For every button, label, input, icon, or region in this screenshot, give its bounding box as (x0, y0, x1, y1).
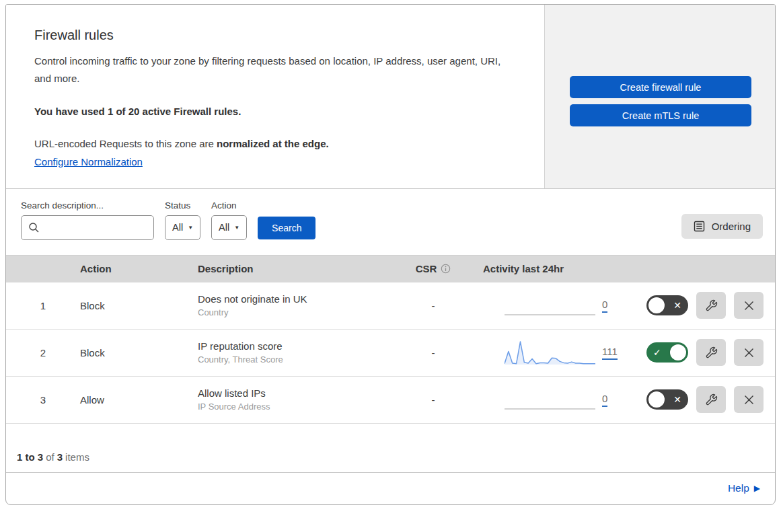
rule-action: Block (80, 300, 198, 311)
activity-count[interactable]: 111 (602, 346, 618, 360)
rule-description[interactable]: Allow listed IPs (198, 387, 393, 399)
toggle-knob (648, 297, 665, 313)
rule-description-cell: Allow listed IPs IP Source Address (198, 387, 393, 412)
normalization-bold-text: normalized at the edge. (217, 138, 329, 149)
column-csr: CSR (416, 263, 451, 274)
normalization-text: URL-encoded Requests to this zone are (34, 138, 214, 149)
table-row: 3 Allow Allow listed IPs IP Source Addre… (6, 377, 775, 424)
ordering-button[interactable]: Ordering (681, 214, 763, 239)
search-button[interactable]: Search (258, 217, 315, 239)
filter-controls: Search description... Status All ▼ (21, 200, 315, 240)
action-dropdown[interactable]: All ▼ (211, 215, 247, 240)
close-icon (743, 347, 755, 358)
status-filter-group: Status All ▼ (165, 200, 200, 240)
rule-description-cell: IP reputation score Country, Threat Scor… (198, 340, 393, 365)
activity-sparkline (505, 385, 595, 414)
close-icon (743, 300, 755, 311)
configure-normalization-link[interactable]: Configure Normalization (34, 156, 143, 167)
close-icon (743, 394, 755, 406)
help-label: Help (728, 482, 749, 494)
rule-csr: - (393, 347, 474, 358)
info-icon[interactable] (441, 264, 451, 274)
rule-controls: ✓ ✕ (632, 386, 775, 413)
create-mtls-rule-button[interactable]: Create mTLS rule (570, 104, 751, 126)
status-label: Status (165, 200, 200, 211)
pagination-summary: 1 to 3 of 3 items (6, 424, 775, 472)
rule-priority: 1 (6, 300, 80, 311)
rules-table: Action Description CSR Activity last 24h… (6, 255, 775, 472)
rule-activity-cell: 0 (474, 385, 632, 414)
wrench-icon (705, 346, 718, 359)
action-filter-group: Action All ▼ (211, 200, 247, 240)
action-value: All (219, 222, 229, 233)
rule-priority: 3 (6, 394, 80, 406)
actions-side-panel: Create firewall rule Create mTLS rule (544, 5, 775, 188)
chevron-down-icon: ▼ (188, 225, 193, 231)
delete-rule-button[interactable] (734, 292, 764, 319)
x-icon: ✕ (673, 395, 681, 404)
activity-count[interactable]: 0 (602, 299, 607, 313)
top-section: Firewall rules Control incoming traffic … (6, 5, 775, 188)
table-header: Action Description CSR Activity last 24h… (6, 255, 775, 282)
column-activity: Activity last 24hr (474, 263, 632, 274)
help-bar: Help ▶ (6, 472, 775, 504)
search-label: Search description... (21, 200, 154, 211)
x-icon: ✕ (673, 301, 681, 310)
delete-rule-button[interactable] (734, 339, 764, 366)
rule-description-cell: Does not originate in UK Country (198, 293, 393, 317)
filter-bar: Search description... Status All ▼ (6, 188, 775, 255)
rule-csr: - (393, 394, 474, 406)
rule-activity-cell: 0 (474, 291, 632, 320)
page-title: Firewall rules (34, 28, 517, 43)
rule-description[interactable]: Does not originate in UK (198, 293, 393, 305)
check-icon: ✓ (653, 348, 661, 357)
edit-rule-button[interactable] (696, 386, 726, 413)
rule-enable-toggle[interactable]: ✓ ✕ (646, 342, 688, 363)
rule-criteria: IP Source Address (198, 402, 393, 412)
intro-panel: Firewall rules Control incoming traffic … (6, 5, 544, 188)
table-row: 1 Block Does not originate in UK Country… (6, 282, 775, 330)
firewall-rules-page: Firewall rules Control incoming traffic … (5, 4, 776, 505)
rule-activity-cell: 111 (474, 338, 632, 367)
rule-action: Block (80, 347, 198, 358)
activity-sparkline (505, 291, 595, 320)
search-field[interactable] (21, 215, 154, 240)
table-row: 2 Block IP reputation score Country, Thr… (6, 330, 775, 377)
column-description: Description (198, 263, 393, 274)
items-text: items (65, 451, 89, 463)
search-icon (28, 222, 40, 233)
list-document-icon (694, 221, 705, 232)
edit-rule-button[interactable] (696, 292, 726, 319)
wrench-icon (705, 393, 718, 406)
page-description: Control incoming traffic to your zone by… (34, 52, 517, 88)
rule-priority: 2 (6, 347, 80, 358)
chevron-down-icon: ▼ (234, 225, 239, 231)
search-input[interactable] (40, 222, 153, 233)
rule-controls: ✓ ✕ (632, 292, 775, 319)
rule-csr: - (393, 300, 474, 311)
toggle-knob (648, 391, 665, 408)
wrench-icon (705, 299, 718, 312)
rule-controls: ✓ ✕ (632, 339, 775, 366)
rule-enable-toggle[interactable]: ✓ ✕ (646, 389, 688, 410)
rule-action: Allow (80, 394, 198, 406)
rule-enable-toggle[interactable]: ✓ ✕ (646, 295, 688, 315)
toggle-knob (670, 344, 686, 360)
arrow-right-icon: ▶ (754, 484, 760, 493)
rule-criteria: Country (198, 307, 393, 317)
delete-rule-button[interactable] (734, 386, 764, 413)
column-action: Action (80, 263, 198, 274)
edit-rule-button[interactable] (696, 339, 726, 366)
create-firewall-rule-button[interactable]: Create firewall rule (570, 76, 751, 98)
action-label: Action (211, 200, 247, 211)
rule-criteria: Country, Threat Score (198, 354, 393, 365)
activity-count[interactable]: 0 (602, 393, 607, 407)
normalization-note: URL-encoded Requests to this zone are no… (34, 136, 517, 152)
search-group: Search description... (21, 200, 154, 240)
of-text: of (46, 451, 54, 463)
rule-description[interactable]: IP reputation score (198, 340, 393, 352)
ordering-label: Ordering (712, 221, 751, 232)
status-dropdown[interactable]: All ▼ (165, 215, 200, 240)
range-text: 1 to 3 (17, 451, 43, 463)
help-link[interactable]: Help ▶ (728, 482, 760, 494)
